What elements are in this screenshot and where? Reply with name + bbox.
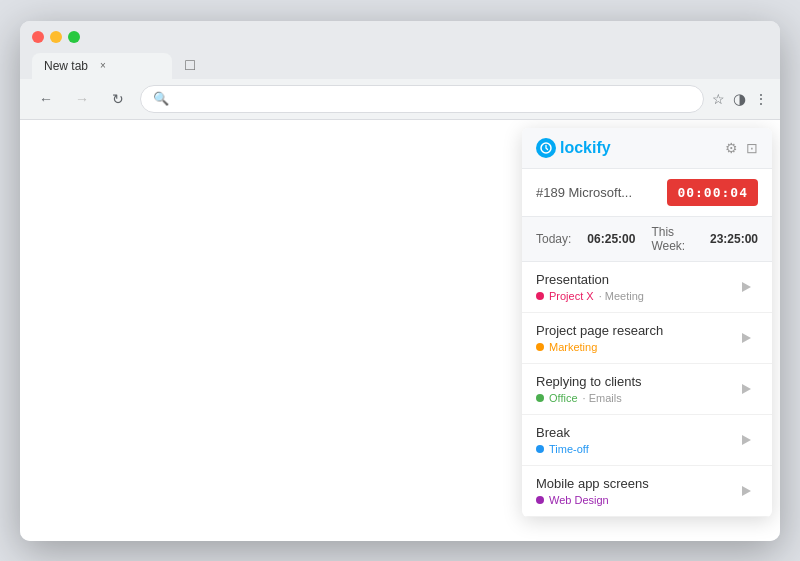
entry-play-button[interactable] <box>734 377 758 401</box>
entry-project: Web Design <box>549 494 609 506</box>
stats-row: Today: 06:25:00 This Week: 23:25:00 <box>522 217 772 262</box>
clockify-header: lockify ⚙ ⊡ <box>522 128 772 169</box>
clockify-logo-text: lockify <box>560 139 611 157</box>
project-dot <box>536 343 544 351</box>
entry-project: Project X <box>549 290 594 302</box>
entry-tag: · Meeting <box>599 290 644 302</box>
play-icon <box>742 282 751 292</box>
entry-meta: Project X · Meeting <box>536 290 734 302</box>
browser-window: New tab × □ ← → ↻ 🔍 ☆ ◑ ⋮ <box>20 21 780 541</box>
entry-info: Presentation Project X · Meeting <box>536 272 734 302</box>
week-value: 23:25:00 <box>710 232 758 246</box>
project-dot <box>536 394 544 402</box>
time-entry[interactable]: Project page research Marketing <box>522 313 772 364</box>
tab-label: New tab <box>44 59 88 73</box>
entry-play-button[interactable] <box>734 275 758 299</box>
entry-title: Replying to clients <box>536 374 734 389</box>
entry-play-button[interactable] <box>734 326 758 350</box>
new-tab-button[interactable]: □ <box>176 51 204 79</box>
entry-title: Project page research <box>536 323 734 338</box>
entry-meta: Marketing <box>536 341 734 353</box>
entry-play-button[interactable] <box>734 428 758 452</box>
entry-play-button[interactable] <box>734 479 758 503</box>
timer-description[interactable]: #189 Microsoft... <box>536 185 659 200</box>
clockify-popup: lockify ⚙ ⊡ #189 Microsoft... 00:00:04 T… <box>522 128 772 517</box>
entry-info: Replying to clients Office · Emails <box>536 374 734 404</box>
clockify-header-icons: ⚙ ⊡ <box>725 140 758 156</box>
entry-project: Time-off <box>549 443 589 455</box>
close-button[interactable] <box>32 31 44 43</box>
menu-icon[interactable]: ⋮ <box>754 91 768 107</box>
timer-display[interactable]: 00:00:04 <box>667 179 758 206</box>
address-input[interactable] <box>175 91 691 106</box>
time-entry[interactable]: Replying to clients Office · Emails <box>522 364 772 415</box>
entry-title: Mobile app screens <box>536 476 734 491</box>
browser-tab[interactable]: New tab × <box>32 53 172 79</box>
back-button[interactable]: ← <box>32 85 60 113</box>
time-entry[interactable]: Mobile app screens Web Design <box>522 466 772 517</box>
refresh-button[interactable]: ↻ <box>104 85 132 113</box>
play-icon <box>742 333 751 343</box>
minimize-button[interactable] <box>50 31 62 43</box>
time-entries-list: Presentation Project X · Meeting Project… <box>522 262 772 517</box>
search-icon: 🔍 <box>153 91 169 106</box>
nav-bar: ← → ↻ 🔍 ☆ ◑ ⋮ <box>20 79 780 120</box>
clockify-logo-icon <box>536 138 556 158</box>
clockify-logo: lockify <box>536 138 611 158</box>
today-label: Today: <box>536 232 571 246</box>
time-entry[interactable]: Presentation Project X · Meeting <box>522 262 772 313</box>
settings-icon[interactable]: ⚙ <box>725 140 738 156</box>
title-bar: New tab × □ <box>20 21 780 79</box>
play-icon <box>742 384 751 394</box>
tabs-row: New tab × □ <box>32 51 768 79</box>
entry-tag: · Emails <box>583 392 622 404</box>
entry-title: Break <box>536 425 734 440</box>
week-label: This Week: <box>651 225 694 253</box>
tab-close-button[interactable]: × <box>96 59 110 73</box>
forward-button[interactable]: → <box>68 85 96 113</box>
bookmark-icon[interactable]: ☆ <box>712 91 725 107</box>
logout-icon[interactable]: ⊡ <box>746 140 758 156</box>
entry-title: Presentation <box>536 272 734 287</box>
profile-icon[interactable]: ◑ <box>733 90 746 108</box>
maximize-button[interactable] <box>68 31 80 43</box>
entry-project: Office <box>549 392 578 404</box>
timer-section: #189 Microsoft... 00:00:04 <box>522 169 772 217</box>
project-dot <box>536 496 544 504</box>
time-entry[interactable]: Break Time-off <box>522 415 772 466</box>
address-bar: 🔍 <box>140 85 704 113</box>
entry-info: Break Time-off <box>536 425 734 455</box>
entry-info: Mobile app screens Web Design <box>536 476 734 506</box>
entry-meta: Time-off <box>536 443 734 455</box>
page-content: lockify ⚙ ⊡ #189 Microsoft... 00:00:04 T… <box>20 120 780 541</box>
traffic-lights <box>32 31 768 43</box>
play-icon <box>742 486 751 496</box>
project-dot <box>536 445 544 453</box>
today-value: 06:25:00 <box>587 232 635 246</box>
entry-project: Marketing <box>549 341 597 353</box>
entry-meta: Web Design <box>536 494 734 506</box>
entry-meta: Office · Emails <box>536 392 734 404</box>
play-icon <box>742 435 751 445</box>
project-dot <box>536 292 544 300</box>
entry-info: Project page research Marketing <box>536 323 734 353</box>
